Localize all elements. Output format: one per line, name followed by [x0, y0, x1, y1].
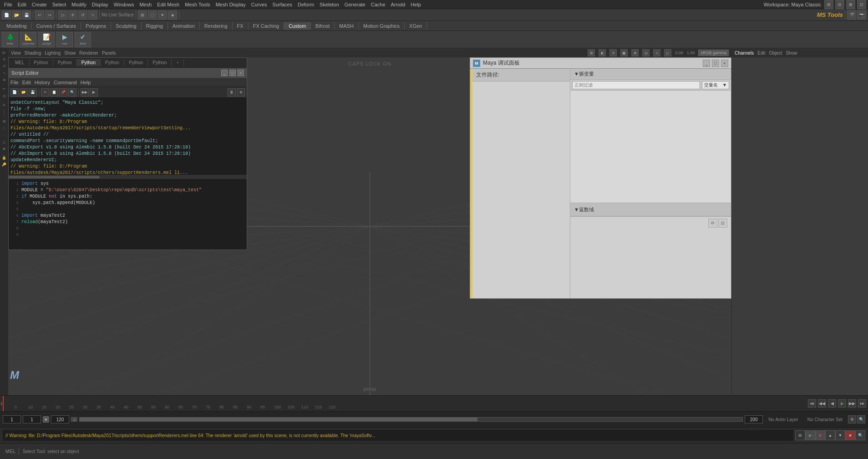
- snap-point-icon[interactable]: ✦: [158, 10, 167, 20]
- vp-tool2[interactable]: ◐: [599, 49, 606, 56]
- maya-bottom-section[interactable]: ⟳ ⊡: [570, 216, 731, 298]
- layout-icon-2[interactable]: ⊟: [835, 0, 844, 9]
- menu-windows[interactable]: Windows: [112, 2, 137, 7]
- new-icon[interactable]: 📄: [2, 10, 11, 20]
- soft-select-btn[interactable]: ◎: [1, 92, 7, 99]
- menu-cache[interactable]: Cache: [369, 2, 388, 7]
- menu-display[interactable]: Display: [90, 2, 111, 7]
- select-tool-btn[interactable]: ▷: [1, 49, 7, 56]
- status-down-btn[interactable]: ▼: [835, 430, 845, 440]
- range-end-current[interactable]: 120: [51, 415, 69, 423]
- pb-prev[interactable]: ◀: [828, 399, 836, 408]
- status-up-btn[interactable]: ▲: [825, 430, 835, 440]
- tab-fx[interactable]: FX: [233, 22, 249, 30]
- tab-animation[interactable]: Animation: [168, 22, 200, 30]
- se-btn-save[interactable]: 💾: [29, 88, 37, 97]
- tab-curves-surfaces[interactable]: Curves / Surfaces: [32, 22, 81, 30]
- status-red-btn[interactable]: ■: [845, 430, 855, 440]
- range-current-field[interactable]: 1: [23, 415, 41, 423]
- status-search-btn[interactable]: 🔍: [855, 430, 865, 440]
- se-btn-new[interactable]: 📄: [10, 88, 19, 97]
- range-icon1[interactable]: ⚙: [848, 415, 856, 423]
- srgb-dropdown[interactable]: sRGB gamma: [698, 50, 729, 56]
- timeline-numbers[interactable]: 5 10 15 20 25 30 35 40 45 50 55 60 65 70…: [3, 396, 806, 411]
- tab-modeling[interactable]: Modeling: [2, 22, 32, 30]
- tab-rendering[interactable]: Rendering: [200, 22, 233, 30]
- script-editor-minimize[interactable]: _: [221, 70, 228, 76]
- vp-tool1[interactable]: ⊞: [588, 49, 595, 56]
- script-tab-python1[interactable]: Python: [30, 59, 53, 66]
- menu-edit-mesh[interactable]: Edit Mesh: [155, 2, 182, 7]
- script-tab-mel[interactable]: MEL: [10, 59, 30, 66]
- menu-deform[interactable]: Deform: [295, 2, 316, 7]
- se-btn-exec-sel[interactable]: ▶: [90, 88, 98, 97]
- se-menu-help[interactable]: Help: [81, 80, 91, 85]
- range-end-field[interactable]: 200: [745, 415, 763, 423]
- script-tab-python5[interactable]: Python: [124, 59, 148, 66]
- maya-debug-close[interactable]: ×: [721, 60, 728, 67]
- maya-filter-dropdown[interactable]: 交量名 ▼: [702, 81, 729, 89]
- custom-btn-test[interactable]: ✔ test: [75, 32, 91, 47]
- vp-renderer-menu[interactable]: Renderer: [79, 51, 98, 56]
- snap-view-btn[interactable]: △: [1, 138, 7, 145]
- maya-bottom-icon-1[interactable]: ⟳: [708, 219, 717, 228]
- snap-surface-icon[interactable]: ◈: [168, 10, 177, 20]
- snap-live-btn[interactable]: ◈: [1, 145, 7, 152]
- script-output[interactable]: onSetCurrentLayout "Maya Classic"; file …: [9, 98, 247, 175]
- maya-var-area[interactable]: [570, 91, 731, 203]
- layout-icon-1[interactable]: ⊞: [824, 0, 833, 9]
- script-tab-python2[interactable]: Python: [53, 59, 77, 66]
- vp-tool6[interactable]: ◎: [642, 49, 650, 56]
- side-btn-extra1[interactable]: 🔒: [1, 154, 7, 161]
- se-btn-find[interactable]: 🔍: [68, 88, 76, 97]
- script-scrollbar-thumb[interactable]: [9, 176, 100, 178]
- maya-section1-header[interactable]: ▼驱变量: [570, 69, 731, 80]
- menu-select[interactable]: Select: [50, 2, 69, 7]
- menu-create[interactable]: Create: [30, 2, 49, 7]
- pb-prev-key[interactable]: ◀◀: [818, 399, 826, 408]
- vp-view-menu[interactable]: View: [11, 51, 21, 56]
- status-play-btn[interactable]: ▶: [805, 430, 815, 440]
- script-scrollbar[interactable]: [9, 175, 247, 179]
- maya-filter-input[interactable]: [572, 81, 700, 89]
- snap-curve-icon[interactable]: ◌: [148, 10, 157, 20]
- vp-tool8[interactable]: ▷: [664, 49, 671, 56]
- range-checkbox[interactable]: ⊡: [71, 417, 77, 422]
- script-tab-python4[interactable]: Python: [101, 59, 124, 66]
- snap-grid-side-btn[interactable]: ⊞: [1, 118, 7, 124]
- se-btn-clear-hist[interactable]: ⊗: [237, 88, 245, 97]
- move-icon[interactable]: ✛: [68, 10, 77, 20]
- pb-end[interactable]: ⏭: [858, 399, 866, 408]
- status-stop-btn[interactable]: ■: [815, 430, 825, 440]
- vp-tool4[interactable]: ▣: [620, 49, 628, 56]
- script-editor-close[interactable]: ×: [238, 70, 244, 76]
- script-input[interactable]: 1 import sys 2 MODULE = "D:\Users\82047\…: [9, 179, 247, 250]
- pb-next[interactable]: ▶▶: [848, 399, 856, 408]
- menu-mesh-display[interactable]: Mesh Display: [213, 2, 248, 7]
- menu-mesh[interactable]: Mesh: [137, 2, 154, 7]
- redo-icon[interactable]: ↪: [45, 10, 54, 20]
- pb-start[interactable]: ⏮: [808, 399, 816, 408]
- snap-curve-side-btn[interactable]: ◌: [1, 125, 7, 131]
- vp-tool5[interactable]: ⊕: [631, 49, 639, 56]
- script-editor-maximize[interactable]: □: [229, 70, 236, 76]
- menu-arnold[interactable]: Arnold: [389, 2, 408, 7]
- menu-help[interactable]: Help: [408, 2, 423, 7]
- undo-icon[interactable]: ↩: [35, 10, 44, 20]
- viewport-canvas[interactable]: CAPS LOCK ON persp MEL Python Python Pyt…: [8, 57, 731, 395]
- menu-edit[interactable]: Edit: [15, 2, 29, 7]
- se-menu-command[interactable]: Command: [54, 80, 77, 85]
- tab-polygons[interactable]: Polygons: [81, 22, 111, 30]
- save-icon[interactable]: 💾: [22, 10, 31, 20]
- se-menu-edit[interactable]: Edit: [22, 80, 31, 85]
- tab-sculpting[interactable]: Sculpting: [111, 22, 141, 30]
- script-tab-add[interactable]: +: [172, 59, 184, 66]
- custom-btn-script[interactable]: 📝 script: [38, 32, 55, 47]
- status-icon[interactable]: ⊞: [795, 430, 805, 440]
- se-btn-cut[interactable]: ✂: [41, 88, 49, 97]
- se-btn-paste[interactable]: 📌: [59, 88, 67, 97]
- maya-debug-minimize[interactable]: _: [703, 60, 710, 67]
- maya-bottom-icon-2[interactable]: ⊡: [718, 219, 727, 228]
- custom-btn-run[interactable]: ▶ run: [56, 32, 73, 47]
- rotate-icon[interactable]: ↺: [78, 10, 87, 20]
